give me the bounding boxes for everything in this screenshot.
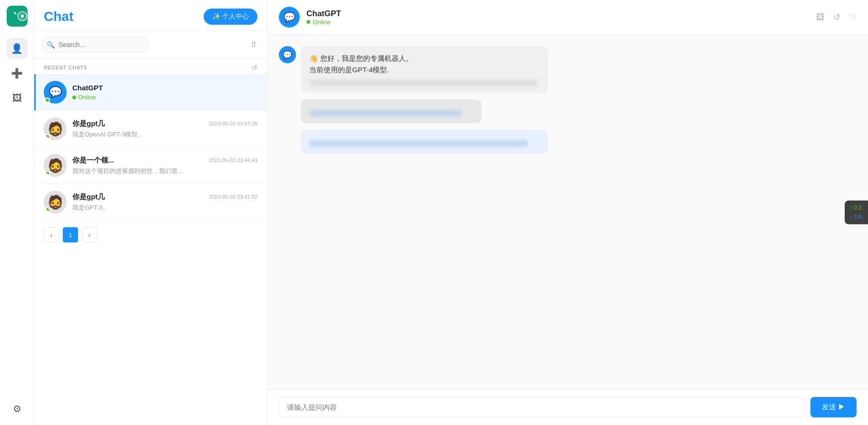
message-bubble-wrapper-0: 👋 您好，我是您的专属机器人。当前使用的是GPT-4模型.: [301, 46, 548, 154]
chat-messages: 💬 👋 您好，我是您的专属机器人。当前使用的是GPT-4模型.: [267, 35, 868, 389]
chat-name-2: 你是gpt几: [72, 193, 105, 202]
user-avatar-icon-0: 🧔: [47, 121, 64, 137]
chat-input-area: 发送 ▶: [267, 389, 868, 425]
bot-avatar-icon: 💬: [283, 50, 292, 59]
search-bar: 🔍 ⠿: [34, 31, 267, 59]
refresh-icon[interactable]: ↺: [252, 64, 257, 71]
chat-info-0: 你是gpt几 2023-05-03 23:57:28 我是OpenAI GPT-…: [72, 119, 257, 139]
refresh-action-icon[interactable]: ↺: [833, 12, 840, 22]
chat-time-0: 2023-05-03 23:57:28: [209, 121, 257, 126]
online-indicator-0: [45, 134, 50, 139]
message-bubble-blurred-2: [301, 130, 548, 154]
app-logo: [7, 6, 28, 27]
message-text-0: 👋 您好，我是您的专属机器人。当前使用的是GPT-4模型.: [309, 53, 540, 76]
chat-main-avatar: 💬: [279, 7, 300, 28]
chat-item-0[interactable]: 🧔 你是gpt几 2023-05-03 23:57:28 我是OpenAI GP…: [34, 111, 267, 147]
status-dot: [72, 96, 76, 99]
chat-name: ChatGPT: [72, 84, 103, 92]
icon-sidebar: 👤 ➕ 🖼 ⚙: [0, 0, 34, 425]
chat-avatar-2: 🧔: [44, 191, 67, 213]
pagination: ‹ 1 ›: [34, 221, 267, 249]
chat-item-chatgpt[interactable]: 💬 ChatGPT Online: [34, 74, 267, 111]
chat-avatar-0: 🧔: [44, 117, 67, 140]
sidebar-settings-btn[interactable]: ⚙: [7, 398, 28, 419]
search-input[interactable]: [42, 37, 149, 53]
online-indicator-1: [45, 171, 50, 176]
message-row-0: 💬 👋 您好，我是您的专属机器人。当前使用的是GPT-4模型.: [279, 46, 857, 154]
floating-down-label: ↓ 3.8.: [849, 212, 863, 222]
chat-name-row-1: 你是一个领... 2023-05-03 23:44:43: [72, 156, 257, 165]
chat-time-1: 2023-05-03 23:44:43: [209, 157, 257, 163]
chat-avatar-icon: 💬: [49, 86, 62, 98]
chat-preview-2: 我是GPT-3。: [72, 203, 206, 212]
floating-badge: ↑ 0.2. ↓ 3.8.: [845, 201, 868, 224]
floating-up-label: ↑ 0.2.: [849, 203, 863, 212]
chat-main-status: Online: [306, 19, 341, 26]
chat-main-info: 💬 ChatGPT Online: [279, 7, 341, 28]
chat-preview-1: 我对这个项目的进展感到担忧，我们需...: [72, 167, 206, 175]
sidebar-add-btn[interactable]: ➕: [7, 63, 28, 84]
chat-name-row: ChatGPT: [72, 84, 257, 92]
message-bubble-blurred-1: [301, 99, 482, 123]
chat-main: 💬 ChatGPT Online 🖼 ↺ ♡ 💬 👋: [267, 0, 868, 425]
chat-main-avatar-icon: 💬: [284, 11, 296, 23]
bot-avatar: 💬: [279, 46, 296, 63]
recent-chats-header: RECENT CHATS ↺: [34, 59, 267, 74]
page-prev-btn[interactable]: ‹: [44, 227, 59, 242]
image-gallery-icon: 🖼: [12, 93, 22, 104]
chat-info-chatgpt: ChatGPT Online: [72, 84, 257, 101]
chat-avatar-1: 🧔: [44, 154, 67, 177]
profile-icon: 👤: [11, 43, 23, 54]
search-icon: 🔍: [47, 41, 55, 48]
chat-preview-0: 我是OpenAI GPT-3模型。: [72, 130, 206, 139]
gear-icon: ⚙: [13, 403, 21, 415]
online-indicator-2: [45, 207, 50, 212]
chat-info-2: 你是gpt几 2023-05-03 23:41:52 我是GPT-3。: [72, 193, 257, 212]
personal-center-button[interactable]: ✨ 个人中心: [204, 9, 257, 25]
chat-info-1: 你是一个领... 2023-05-03 23:44:43 我对这个项目的进展感到…: [72, 156, 257, 175]
search-wrapper: 🔍: [42, 37, 244, 53]
chat-status: Online: [72, 94, 257, 101]
send-button[interactable]: 发送 ▶: [810, 397, 857, 417]
chat-main-name: ChatGPT: [306, 9, 341, 19]
chat-avatar-chatgpt: 💬: [44, 81, 67, 104]
add-icon: ➕: [11, 68, 23, 79]
header-actions: 🖼 ↺ ♡: [816, 12, 857, 22]
image-action-icon[interactable]: 🖼: [816, 12, 825, 22]
blurred-user-line-1: [309, 110, 462, 116]
grid-icon[interactable]: ⠿: [248, 38, 259, 52]
blurred-bot-line-2: [309, 140, 528, 147]
chat-item-1[interactable]: 🧔 你是一个领... 2023-05-03 23:44:43 我对这个项目的进展…: [34, 147, 267, 184]
sidebar-profile-btn[interactable]: 👤: [7, 38, 28, 59]
main-status-dot: [306, 20, 310, 24]
svg-point-1: [21, 15, 24, 18]
chat-main-header: 💬 ChatGPT Online 🖼 ↺ ♡: [267, 0, 868, 35]
page-1-btn[interactable]: 1: [63, 227, 78, 242]
page-next-btn[interactable]: ›: [82, 227, 97, 242]
sidebar-image-btn[interactable]: 🖼: [7, 87, 28, 108]
chat-input[interactable]: [279, 397, 805, 417]
online-indicator: [45, 97, 50, 103]
recent-chats-label: RECENT CHATS: [44, 65, 87, 70]
chat-item-2[interactable]: 🧔 你是gpt几 2023-05-03 23:41:52 我是GPT-3。: [34, 184, 267, 221]
chat-time-2: 2023-05-03 23:41:52: [209, 194, 257, 200]
chat-main-details: ChatGPT Online: [306, 9, 341, 26]
message-bubble-0: 👋 您好，我是您的专属机器人。当前使用的是GPT-4模型.: [301, 46, 548, 93]
heart-action-icon[interactable]: ♡: [849, 12, 857, 22]
chat-name-row-2: 你是gpt几 2023-05-03 23:41:52: [72, 193, 257, 202]
blurred-line-0: [309, 79, 538, 86]
user-avatar-icon-1: 🧔: [47, 158, 64, 174]
chat-list-header: Chat ✨ 个人中心: [34, 0, 267, 31]
chat-name-0: 你是gpt几: [72, 119, 105, 128]
chat-name-1: 你是一个领...: [72, 156, 114, 165]
user-avatar-icon-2: 🧔: [47, 194, 64, 210]
chat-list-title: Chat: [44, 9, 73, 24]
chat-list-panel: Chat ✨ 个人中心 🔍 ⠿ RECENT CHATS ↺ 💬 ChatGPT…: [34, 0, 267, 425]
chat-name-row-0: 你是gpt几 2023-05-03 23:57:28: [72, 119, 257, 128]
